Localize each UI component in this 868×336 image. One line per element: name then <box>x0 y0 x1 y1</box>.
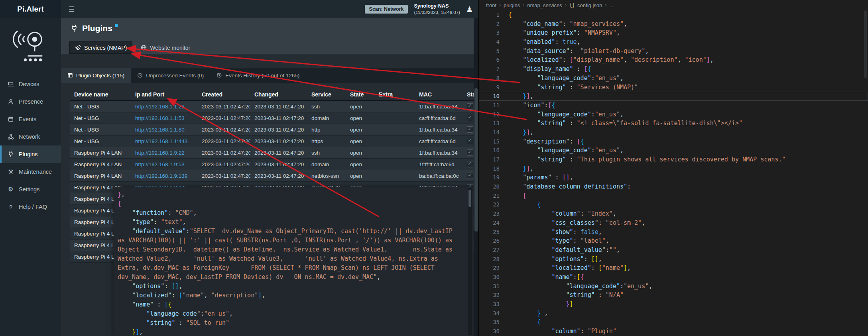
line-content: "localized": ["display_name", "descripti… <box>508 55 714 65</box>
sidebar-item-settings[interactable]: ⚙Settings <box>0 181 61 198</box>
cell-mac: 1f:ba:ff:ca:ba:34 <box>415 127 463 133</box>
editor-code[interactable]: 1{2 "code_name": "nmap_services",3 "uniq… <box>479 10 868 336</box>
line-number: 36 <box>479 327 508 336</box>
overlay-code-line: "string" : "SQL to run" <box>118 318 463 328</box>
app-scrollbar-thumb[interactable] <box>474 88 478 232</box>
overlay-scrollbar-thumb[interactable] <box>468 190 471 207</box>
overlay-code-line: "function": "CMD", <box>118 208 463 218</box>
breadcrumb-item-plugins[interactable]: plugins <box>504 2 520 8</box>
cell-mac: ca:ff:ff:ca:ba:6d <box>415 115 463 121</box>
plugins-icon <box>8 151 14 157</box>
row-checkbox[interactable] <box>467 149 473 156</box>
editor-line: 10 }], <box>479 92 868 101</box>
cell-device-name: Raspberry Pi 4 LAN <box>70 161 131 167</box>
table-row: Net - USGhttp://192.168.1.1:802023-03-11… <box>70 124 478 136</box>
sidebar-item-events[interactable]: Events <box>0 110 61 128</box>
editor-line: 8 "language_code":"en_us", <box>479 74 868 83</box>
row-checkbox[interactable] <box>467 126 473 133</box>
line-content: "default_value":"", <box>508 246 620 255</box>
editor-line: 5 "data_source": "pialert-db-query", <box>479 47 868 56</box>
ip-port-link[interactable]: http://192.168.1.9:22 <box>135 150 185 156</box>
pialert-logo <box>7 24 54 62</box>
cell-created: 2023-03-11 02:47:20 <box>198 173 250 179</box>
ip-port-link[interactable]: http://192.168.1.9:53 <box>135 161 185 167</box>
host-info: Synology-NAS (11/03/2023, 15:46:07) <box>414 3 460 15</box>
cell-state: open <box>346 104 375 110</box>
table-row: Net - USGhttp://192.168.1.1:4432023-03-1… <box>70 136 478 147</box>
editor-line: 3 "unique_prefix": "NMAPSRV", <box>479 28 868 37</box>
line-number: 8 <box>479 74 508 83</box>
line-number: 34 <box>479 309 508 318</box>
breadcrumb-item-config-json[interactable]: {}config.json <box>569 2 602 8</box>
row-checkbox[interactable] <box>467 161 473 167</box>
sidebar-toggle-button[interactable]: ☰ <box>65 0 79 18</box>
cell-device-name: Raspberry Pi 4 LAN <box>70 150 131 156</box>
code-editor-pane: front›plugins›nmap_services›{}config.jso… <box>478 0 868 336</box>
row-checkbox[interactable] <box>467 103 473 110</box>
sidebar-item-maintenance[interactable]: ⚒Maintenance <box>0 163 61 181</box>
editor-scrollbar[interactable] <box>864 10 868 336</box>
editor-line: 24 "css_classes": "col-sm-2", <box>479 218 868 228</box>
app-scrollbar[interactable] <box>474 18 478 336</box>
sidebar-item-help-faq[interactable]: ?Help / FAQ <box>0 198 61 216</box>
overlay-scrollbar[interactable] <box>468 188 472 335</box>
cell-created: 2023-03-11 02:47:20 <box>198 150 250 156</box>
breadcrumb-item-front[interactable]: front <box>486 2 496 8</box>
sidebar-item-devices[interactable]: Devices <box>0 75 61 93</box>
tab-services-nmap[interactable]: Services (NMAP) <box>69 41 132 54</box>
line-number: 29 <box>479 263 508 273</box>
editor-line: 25 "show": false, <box>479 228 868 237</box>
user-icon[interactable]: ♟ <box>466 5 473 14</box>
inner-tab-unprocessed-events-0[interactable]: Unprocessed Events (0) <box>131 68 210 83</box>
column-header-extra[interactable]: Extra <box>375 91 415 98</box>
pialert-app: Pi.Alert ☰ Scan: Network Synology-NAS (1… <box>0 0 478 336</box>
overlay-code-line: "default_value":"SELECT dv.dev_Name as O… <box>118 227 463 282</box>
table-header-row: Device nameIp and PortCreatedChangedServ… <box>70 89 478 101</box>
ip-port-link[interactable]: http://192.168.1.9:139 <box>135 173 187 179</box>
row-checkbox[interactable] <box>467 138 473 144</box>
sidebar-item-network[interactable]: Network <box>0 128 61 145</box>
column-header-mac[interactable]: MAC <box>415 91 463 98</box>
line-number: 13 <box>479 119 508 128</box>
sidebar: DevicesPresenceEventsNetworkPlugins⚒Main… <box>0 18 61 336</box>
app-logo-title[interactable]: Pi.Alert <box>0 0 61 18</box>
editor-scrollbar-thumb[interactable] <box>864 10 867 78</box>
ip-port-link[interactable]: http://192.168.1.1:22 <box>135 104 185 110</box>
breadcrumb-separator: › <box>523 2 524 8</box>
config-snippet-overlay: },{ "function": "CMD", "type": "text", "… <box>114 187 473 336</box>
column-header-service[interactable]: Service <box>307 91 346 98</box>
column-header-device-name[interactable]: Device name <box>70 91 131 98</box>
ip-port-link[interactable]: http://192.168.1.1:53 <box>135 115 185 121</box>
row-checkbox[interactable] <box>467 115 473 121</box>
sidebar-item-presence[interactable]: Presence <box>0 93 61 110</box>
column-header-created[interactable]: Created <box>198 91 250 98</box>
cell-service: ssh <box>307 150 346 156</box>
tab-website-monitor[interactable]: Website monitor <box>136 41 195 54</box>
editor-line: 20 "database_column_definitions": <box>479 182 868 191</box>
line-content: "string" : "N/A" <box>508 291 624 300</box>
column-header-state[interactable]: State <box>346 91 375 98</box>
line-content: "description": [{ <box>508 137 584 146</box>
inner-tab-plugin-objects-115[interactable]: Plugin Objects (115) <box>61 68 131 83</box>
breadcrumb-item-nmap-services[interactable]: nmap_services <box>527 2 562 8</box>
breadcrumb-label: front <box>486 2 496 8</box>
cell-changed: 2023-03-11 02:47:20 <box>250 173 307 179</box>
column-header-ip-and-port[interactable]: Ip and Port <box>131 91 198 98</box>
sidebar-item-plugins[interactable]: Plugins <box>0 145 61 163</box>
inner-tab-events-history-50-out-of-1265[interactable]: Events History (50 out of 1265) <box>210 68 306 83</box>
ip-port-link[interactable]: http://192.168.1.1:80 <box>135 127 185 133</box>
pending-icon <box>137 73 143 78</box>
line-content: "display_name" : [{ <box>508 65 591 74</box>
column-header-changed[interactable]: Changed <box>250 91 307 98</box>
maintenance-icon: ⚒ <box>8 168 13 175</box>
breadcrumb-item-[interactable]: ... <box>609 2 614 8</box>
row-checkbox[interactable] <box>467 173 473 179</box>
sidebar-item-label: Settings <box>19 186 39 193</box>
line-number: 25 <box>479 228 508 237</box>
overlay-code-line: "type": "text", <box>118 218 463 227</box>
line-content: "string" : "This plugin shows all servic… <box>508 155 785 164</box>
line-number: 28 <box>479 255 508 264</box>
ip-port-link[interactable]: http://192.168.1.1:443 <box>135 138 187 144</box>
plugin-inner-tabs: Plugin Objects (115)Unprocessed Events (… <box>61 68 478 83</box>
editor-line: 17 "string" : "This plugin shows all ser… <box>479 155 868 164</box>
